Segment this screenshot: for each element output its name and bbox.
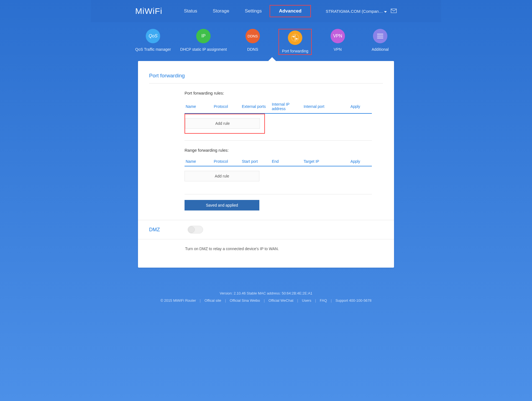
dmz-description: Turn on DMZ to relay a connected device'… <box>138 239 394 251</box>
header-right: STRATIGMA.COM (Compan… <box>326 9 397 14</box>
footer-weibo[interactable]: Official Sina Weibo <box>230 298 260 303</box>
nav-tabs: Status Storage Settings Advanced <box>176 5 311 17</box>
rcol-protocol: Protocol <box>213 157 241 166</box>
rcol-end: End <box>271 157 303 166</box>
portfwd-icon <box>288 31 302 45</box>
footer-official-site[interactable]: Offical site <box>204 298 221 303</box>
add-range-rule-button[interactable]: Add rule <box>185 171 259 181</box>
rcol-apply: Apply <box>349 157 372 166</box>
account-dropdown[interactable]: STRATIGMA.COM (Compan… <box>326 9 387 14</box>
footer-copyright: © 2015 MiWiFi Router <box>160 298 196 303</box>
rcol-target-ip: Target IP <box>303 157 349 166</box>
dmz-row: DMZ <box>138 220 394 239</box>
subnav-dhcp-label: DHCP static IP assignment <box>180 47 227 52</box>
toggle-knob <box>188 226 195 233</box>
col-protocol: Protocol <box>213 100 241 113</box>
save-applied-button[interactable]: Saved and applied <box>185 200 259 210</box>
active-caret <box>268 57 276 61</box>
subnav-qos[interactable]: QoS QoS Traffic manager <box>135 29 171 55</box>
hamburger-icon <box>373 29 387 43</box>
port-rules-heading: Port forwarding rules: <box>185 91 372 95</box>
chevron-down-icon <box>384 11 387 13</box>
nav-settings[interactable]: Settings <box>237 5 269 17</box>
col-internal-ip: Internal IP address <box>271 100 303 113</box>
header: MiWiFi Status Storage Settings Advanced … <box>91 0 441 22</box>
subnav-portfwd[interactable]: Port forwarding <box>278 29 312 55</box>
ip-icon: IP <box>196 29 211 43</box>
footer-support: Support 400-100-5678 <box>336 298 372 303</box>
nav-status[interactable]: Status <box>176 5 205 17</box>
footer: Version: 2.10.46 Stable MAC address: 50:… <box>91 279 441 326</box>
footer-wechat[interactable]: Official WeChat <box>268 298 293 303</box>
nav-advanced[interactable]: Advanced <box>270 5 311 17</box>
port-rules-table: Name Protocol External ports Internal IP… <box>185 100 372 114</box>
subnav-vpn-label: VPN <box>334 47 342 52</box>
subnav-additional[interactable]: Additional <box>364 29 397 55</box>
subnav-ddns-label: DDNS <box>247 47 258 52</box>
page-title: Port forwarding <box>149 73 383 83</box>
mail-icon[interactable] <box>391 9 397 14</box>
col-apply: Apply <box>349 100 372 113</box>
col-internal-port: Internal port <box>303 100 349 113</box>
ddns-icon: DDNS <box>245 29 260 43</box>
subnav-dhcp[interactable]: IP DHCP static IP assignment <box>180 29 227 55</box>
nav-storage[interactable]: Storage <box>205 5 237 17</box>
subnav-vpn[interactable]: VPN VPN <box>321 29 354 55</box>
subnav-ddns[interactable]: DDNS DDNS <box>236 29 269 55</box>
range-rules-heading: Range forwarding rules: <box>185 148 372 153</box>
rcol-name: Name <box>185 157 213 166</box>
main-card: Port forwarding Port forwarding rules: N… <box>138 61 394 268</box>
subnav-additional-label: Additional <box>372 47 389 52</box>
add-port-rule-button[interactable]: Add rule <box>185 118 260 129</box>
col-name: Name <box>185 100 213 113</box>
footer-faq[interactable]: FAQ <box>320 298 327 303</box>
dmz-label: DMZ <box>149 227 160 233</box>
subnav-portfwd-label: Port forwarding <box>282 49 308 53</box>
footer-users[interactable]: Users <box>302 298 311 303</box>
footer-version: Version: 2.10.46 Stable MAC address: 50:… <box>91 290 441 297</box>
logo: MiWiFi <box>135 6 162 16</box>
rcol-start-port: Start port <box>241 157 271 166</box>
qos-icon: QoS <box>146 29 160 43</box>
dmz-toggle[interactable] <box>188 226 203 234</box>
subnav-qos-label: QoS Traffic manager <box>135 47 171 52</box>
col-external-ports: External ports <box>241 100 271 113</box>
account-name: STRATIGMA.COM (Compan… <box>326 9 383 14</box>
subnav: QoS QoS Traffic manager IP DHCP static I… <box>91 22 441 57</box>
vpn-icon: VPN <box>331 29 345 43</box>
range-rules-table: Name Protocol Start port End Target IP A… <box>185 157 372 166</box>
